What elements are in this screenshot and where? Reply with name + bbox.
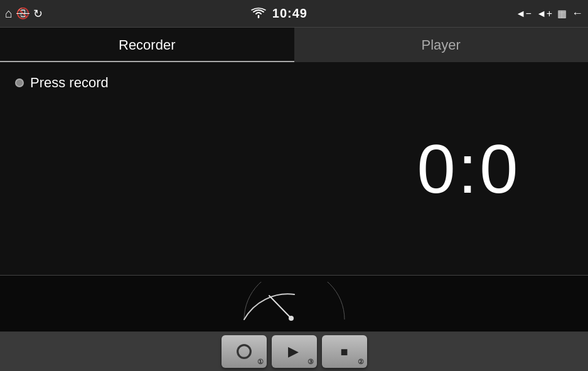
svg-point-1 [289,316,294,321]
play-icon: ▶ [288,343,299,360]
record-status-dot [15,78,24,87]
meter-area [0,276,588,332]
vol-up-icon[interactable]: ◄+ [537,8,552,19]
wifi-icon [251,7,266,21]
timer-display: 0:0 [417,134,521,203]
status-time: 10:49 [272,6,307,21]
stop-button[interactable]: ■ ② [322,335,367,368]
status-bar: ⌂ 📵 ↻ 10:49 ◄− ◄+ ▦ ← [0,0,588,28]
tabs: Recorder Player [0,28,588,62]
home-icon[interactable]: ⌂ [5,6,13,21]
tab-player-label: Player [422,37,461,53]
play-button[interactable]: ▶ ③ [272,335,317,368]
left-panel: Press record [0,62,350,275]
record-button-label: ① [257,358,264,366]
record-button[interactable]: ① [222,335,267,368]
back-icon[interactable]: ← [572,7,583,20]
refresh-icon[interactable]: ↻ [33,7,43,21]
stop-icon: ■ [340,345,348,359]
stop-button-label: ② [358,358,364,366]
tab-recorder[interactable]: Recorder [0,28,294,62]
tab-player[interactable]: Player [294,28,589,62]
status-left-icons: ⌂ 📵 ↻ [5,6,43,21]
press-record-text: Press record [30,75,109,91]
tab-recorder-label: Recorder [119,37,175,53]
timer-panel: 0:0 [350,62,588,275]
record-circle-svg [235,343,253,360]
bottom-bar: ① ▶ ③ ■ ② [0,332,588,371]
svg-line-0 [269,296,291,318]
grid-icon[interactable]: ▦ [557,8,567,19]
call-icon[interactable]: 📵 [16,7,29,20]
play-button-label: ③ [307,358,314,366]
status-right-icons: ◄− ◄+ ▦ ← [516,7,583,20]
vol-down-icon[interactable]: ◄− [516,8,532,19]
svg-point-2 [238,345,250,358]
meter-svg [232,282,357,326]
main-area: Press record 0:0 [0,62,588,276]
press-record-status: Press record [15,75,334,91]
